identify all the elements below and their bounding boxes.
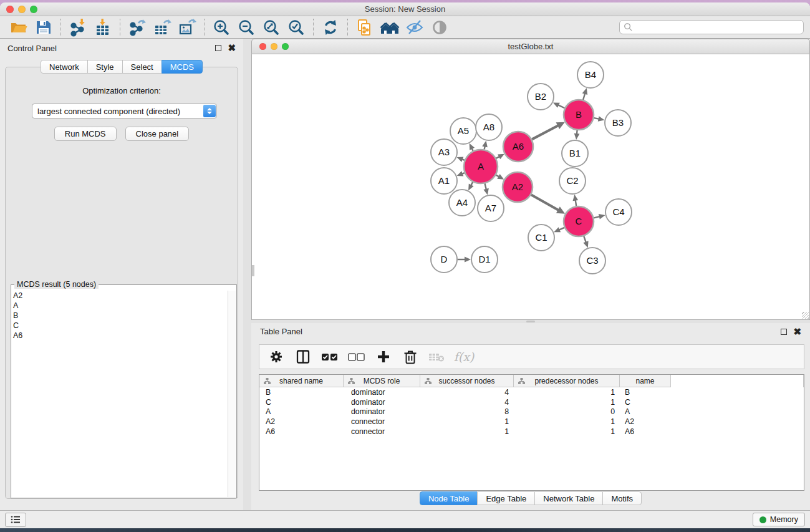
zoom-window-icon[interactable] [30, 6, 37, 13]
graph-node-C3[interactable]: C3 [579, 248, 605, 274]
close-panel-icon[interactable]: ✖ [228, 45, 236, 51]
graph-node-B3[interactable]: B3 [605, 110, 631, 136]
cell[interactable]: 1 [420, 417, 514, 426]
show-log-button[interactable] [5, 513, 26, 527]
tab-select[interactable]: Select [122, 60, 162, 74]
tab-mcds[interactable]: MCDS [162, 60, 203, 74]
import-table-button[interactable] [90, 17, 115, 37]
zoom-selected-button[interactable] [284, 17, 309, 37]
result-scrollbar[interactable] [228, 291, 236, 497]
graph-node-C2[interactable]: C2 [559, 168, 586, 194]
cell[interactable]: 1 [514, 427, 620, 436]
show-column-panel-button[interactable] [292, 347, 314, 367]
column-header-name[interactable]: name [620, 375, 671, 387]
graph-node-A7[interactable]: A7 [478, 195, 504, 221]
memory-button[interactable]: Memory [753, 513, 805, 526]
graph-node-A[interactable]: A [464, 150, 498, 183]
refresh-button[interactable] [318, 17, 343, 37]
delete-column-button[interactable] [400, 347, 421, 367]
network-minimize-icon[interactable] [271, 43, 277, 50]
result-item-b[interactable]: B [13, 311, 227, 321]
cell[interactable]: 4 [420, 398, 514, 407]
cell[interactable]: C [259, 398, 344, 407]
cell[interactable]: connector [344, 427, 420, 436]
graph-node-A2[interactable]: A2 [503, 172, 533, 202]
resize-grip-icon[interactable] [802, 312, 809, 319]
save-session-button[interactable] [31, 17, 56, 37]
select-all-button[interactable] [319, 347, 340, 367]
zoom-out-button[interactable] [234, 17, 259, 37]
graph-node-C1[interactable]: C1 [528, 225, 554, 251]
tab-node-table[interactable]: Node Table [420, 491, 478, 505]
result-item-c[interactable]: C [13, 321, 227, 331]
table-row-A[interactable]: Adominator80A [259, 407, 804, 417]
cell[interactable]: dominator [344, 388, 420, 397]
cell[interactable]: B [620, 388, 671, 397]
edge-A2-C[interactable] [531, 195, 559, 210]
graph-node-B2[interactable]: B2 [528, 84, 554, 110]
mcds-result-list[interactable]: A2ABCA6 [13, 291, 227, 496]
cell[interactable]: 1 [514, 388, 620, 397]
minimize-window-icon[interactable] [18, 6, 26, 13]
clone-network-button[interactable] [352, 17, 377, 37]
tab-network-table[interactable]: Network Table [534, 491, 603, 505]
graph-node-B4[interactable]: B4 [577, 62, 604, 88]
deselect-all-button[interactable] [346, 347, 367, 367]
cell[interactable]: dominator [344, 398, 420, 407]
cell[interactable]: 8 [420, 407, 514, 416]
cell[interactable]: 1 [514, 417, 620, 426]
edge-A6-B[interactable] [532, 125, 559, 140]
network-close-icon[interactable] [259, 43, 266, 50]
close-panel-button[interactable]: Close panel [125, 127, 190, 141]
graph-node-A6[interactable]: A6 [503, 132, 533, 162]
float-panel-icon[interactable] [215, 45, 221, 51]
table-row-B[interactable]: Bdominator41B [259, 387, 804, 397]
table-row-A6[interactable]: A6connector11A6 [259, 427, 804, 437]
cell[interactable]: A6 [620, 427, 671, 436]
column-header-predecessor-nodes[interactable]: predecessor nodes [514, 375, 620, 387]
graph-node-C[interactable]: C [564, 206, 594, 236]
search-input[interactable] [633, 23, 799, 32]
cell[interactable]: A6 [259, 427, 344, 436]
tab-edge-table[interactable]: Edge Table [477, 491, 535, 505]
split-divider[interactable] [243, 39, 251, 510]
tab-network[interactable]: Network [41, 60, 88, 74]
home-layout-button[interactable] [377, 17, 402, 37]
graph-node-A1[interactable]: A1 [431, 168, 457, 194]
cell[interactable]: A2 [620, 417, 671, 426]
optimization-criterion-select[interactable]: largest connected component (directed) [32, 104, 217, 118]
cell[interactable]: 1 [420, 427, 514, 436]
table-row-A2[interactable]: A2connector11A2 [259, 417, 804, 427]
hide-selected-button[interactable] [402, 17, 427, 37]
result-item-a[interactable]: A [13, 301, 227, 311]
close-table-panel-icon[interactable]: ✖ [793, 329, 801, 335]
graph-node-C4[interactable]: C4 [605, 199, 632, 225]
cell[interactable]: 4 [420, 388, 514, 397]
column-header-shared-name[interactable]: shared name [259, 375, 344, 387]
graph-node-D[interactable]: D [431, 246, 457, 273]
graph-node-A5[interactable]: A5 [450, 118, 476, 144]
export-network-button[interactable] [125, 17, 150, 37]
export-table-button[interactable] [150, 17, 175, 37]
table-settings-button[interactable] [266, 347, 287, 367]
float-table-panel-icon[interactable] [781, 329, 787, 335]
open-session-button[interactable] [6, 17, 31, 37]
cell[interactable]: 0 [514, 407, 620, 416]
search-box[interactable] [619, 20, 804, 34]
create-column-button[interactable] [373, 347, 394, 367]
graph-node-A3[interactable]: A3 [431, 139, 457, 165]
tab-motifs[interactable]: Motifs [602, 491, 642, 505]
show-all-button[interactable] [427, 17, 452, 37]
table-row-C[interactable]: Cdominator41C [259, 397, 804, 407]
graph-node-B1[interactable]: B1 [562, 140, 588, 167]
cell[interactable]: A [259, 407, 344, 416]
cell[interactable]: 1 [514, 398, 620, 407]
network-zoom-icon[interactable] [282, 43, 289, 50]
import-network-button[interactable] [65, 17, 90, 37]
tab-style[interactable]: Style [87, 60, 123, 74]
cell[interactable]: B [259, 388, 344, 397]
result-item-a2[interactable]: A2 [13, 291, 227, 301]
result-item-a6[interactable]: A6 [13, 331, 227, 341]
zoom-in-button[interactable] [209, 17, 234, 37]
run-mcds-button[interactable]: Run MCDS [54, 127, 117, 141]
